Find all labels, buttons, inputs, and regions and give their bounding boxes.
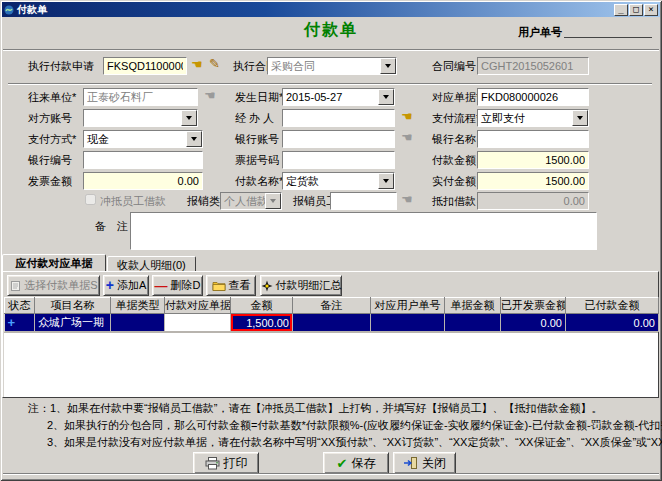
column-header[interactable]: 对应用户单号 <box>371 298 445 314</box>
document-icon <box>9 280 21 292</box>
add-button[interactable]: + 添加A <box>103 275 149 296</box>
close-form-button[interactable]: 关闭 <box>393 452 456 474</box>
payment-method-label: 支付方式* <box>28 131 76 147</box>
offset-employee-loan-label: 冲抵员工借款 <box>100 193 166 209</box>
view-button[interactable]: 查看 <box>206 275 256 296</box>
chevron-down-icon[interactable] <box>378 173 394 189</box>
app-icon <box>4 5 14 15</box>
save-label: 保存 <box>351 455 375 472</box>
close-form-label: 关闭 <box>422 455 446 472</box>
payment-name-value: 定货款 <box>283 173 378 189</box>
contract-no-label: 合同编号 <box>432 58 476 74</box>
corresponding-doc-input[interactable] <box>477 88 589 106</box>
doc-type-cell[interactable] <box>111 314 165 332</box>
chevron-down-icon <box>265 193 281 209</box>
payment-name-dropdown[interactable]: 定货款 <box>282 172 395 190</box>
save-button[interactable]: ✔ 保存 <box>323 452 389 474</box>
remark-cell[interactable] <box>293 314 371 332</box>
note-line-3: 3、如果是付款没有对应付款单据，请在付款名称中写明“XX预付款”、“XX订货款”… <box>47 435 662 450</box>
invoice-amount-label: 发票金额 <box>28 173 72 189</box>
partner-unit-label: 往来单位* <box>28 89 76 105</box>
column-header[interactable]: 单据金额 <box>445 298 501 314</box>
actual-amount-input[interactable] <box>477 172 589 190</box>
printer-icon <box>205 457 220 470</box>
payment-detail-summary-button[interactable]: 付款明细汇总 <box>260 275 342 296</box>
reimburse-type-value: 个人借款 <box>221 193 265 209</box>
remark-textarea[interactable] <box>130 212 597 250</box>
handler-hand-icon[interactable]: ☚ <box>401 109 413 125</box>
summary-icon <box>261 280 273 292</box>
payment-method-value: 现金 <box>84 131 186 147</box>
chevron-down-icon[interactable] <box>380 58 396 74</box>
column-header[interactable]: 单据类型 <box>111 298 165 314</box>
counterpart-account-dropdown[interactable] <box>83 109 198 127</box>
chevron-down-icon[interactable] <box>378 89 394 105</box>
table-row[interactable]: + 众城广场一期 1,500.00 0.00 0.00 <box>5 314 659 332</box>
reimburse-employee-input[interactable] <box>330 192 397 210</box>
bank-account-label: 银行账号 <box>235 131 279 147</box>
plus-icon: + <box>106 280 114 291</box>
column-header[interactable]: 已开发票金额 <box>501 298 566 314</box>
print-button[interactable]: 打印 <box>193 452 259 474</box>
deduct-loan-input <box>477 192 589 210</box>
add-label: 添加A <box>117 278 146 293</box>
close-button[interactable]: × <box>644 4 658 16</box>
lookup-request-hand-icon[interactable]: ☚ <box>191 57 203 73</box>
tab-payee-detail[interactable]: 收款人明细(0) <box>107 256 196 272</box>
counterpart-account-label: 对方账号 <box>28 110 72 126</box>
tab-payable-docs[interactable]: 应付款对应单据 <box>2 254 106 272</box>
payment-flow-dropdown[interactable]: 立即支付 <box>477 109 589 127</box>
occur-date-label: 发生日期* <box>235 89 283 105</box>
actual-amount-label: 实付金额 <box>432 173 476 189</box>
bank-code-input[interactable] <box>83 151 203 169</box>
column-header[interactable]: 备注 <box>293 298 371 314</box>
minus-icon: — <box>155 280 168 291</box>
project-name-cell[interactable]: 众城广场一期 <box>35 314 111 332</box>
select-payment-doc-label: 选择付款单据S <box>24 278 97 293</box>
titlebar: 付款单 _ □ × <box>2 2 660 17</box>
chevron-down-icon[interactable] <box>181 110 197 126</box>
chevron-down-icon[interactable] <box>572 110 588 126</box>
column-header[interactable]: 付款对应单据 <box>165 298 231 314</box>
user-doc-no-cell[interactable] <box>371 314 445 332</box>
payment-method-dropdown[interactable]: 现金 <box>83 130 203 148</box>
column-header[interactable]: 已付款金额 <box>566 298 659 314</box>
column-header[interactable]: 金额 <box>231 298 293 314</box>
reimburse-type-dropdown: 个人借款 <box>220 192 282 210</box>
folder-icon <box>212 280 226 291</box>
exec-contract-dropdown[interactable]: 采购合同 <box>267 57 397 75</box>
status-cell: + <box>5 314 35 332</box>
column-header[interactable]: 项目名称 <box>35 298 111 314</box>
maximize-button[interactable]: □ <box>629 4 643 16</box>
amount-cell[interactable]: 1,500.00 <box>231 314 293 332</box>
remark-label: 备 注 <box>95 218 128 234</box>
pay-doc-cell[interactable] <box>165 314 231 332</box>
deduct-loan-label: 抵扣借款 <box>432 193 476 209</box>
chevron-down-icon[interactable] <box>186 131 202 147</box>
edit-request-pen-icon[interactable]: ✎ <box>209 56 220 72</box>
occur-date-dropdown[interactable]: 2015-05-27 <box>282 88 395 106</box>
occur-date-value: 2015-05-27 <box>283 89 378 105</box>
paid-amount-cell[interactable]: 0.00 <box>566 314 659 332</box>
bank-account-input[interactable] <box>282 130 395 148</box>
row-status-plus-icon: + <box>8 315 16 330</box>
delete-button[interactable]: — 删除D <box>152 275 203 296</box>
print-label: 打印 <box>224 455 248 472</box>
column-header[interactable]: 状态 <box>5 298 35 314</box>
invoiced-amount-cell[interactable]: 0.00 <box>501 314 566 332</box>
select-payment-doc-button: 选择付款单据S <box>7 275 100 296</box>
minimize-button[interactable]: _ <box>614 4 628 16</box>
bank-name-input[interactable] <box>477 130 589 148</box>
handler-label: 经 办 人 <box>235 110 274 126</box>
payment-order-window: 付款单 _ □ × 付款单 用户单号 执行付款申请 ☚ ✎ 执行合同 采购合同 … <box>0 0 662 481</box>
bill-no-input[interactable] <box>282 151 395 169</box>
invoice-amount-input[interactable] <box>83 172 203 190</box>
tab-panel: 选择付款单据S + 添加A — 删除D 查看 付款明细汇总 <box>2 271 659 398</box>
payment-amount-input[interactable] <box>477 151 589 169</box>
handler-input[interactable] <box>282 109 395 127</box>
payment-flow-label: 支付流程* <box>432 110 480 126</box>
exec-payment-request-input[interactable] <box>103 57 187 75</box>
page-title: 付款单 <box>0 20 662 41</box>
doc-amount-cell[interactable] <box>445 314 501 332</box>
note-line-1: 注：1、如果在付款中要“报销员工借款”，请在【冲抵员工借款】上打钩，并填写好【报… <box>28 401 602 416</box>
